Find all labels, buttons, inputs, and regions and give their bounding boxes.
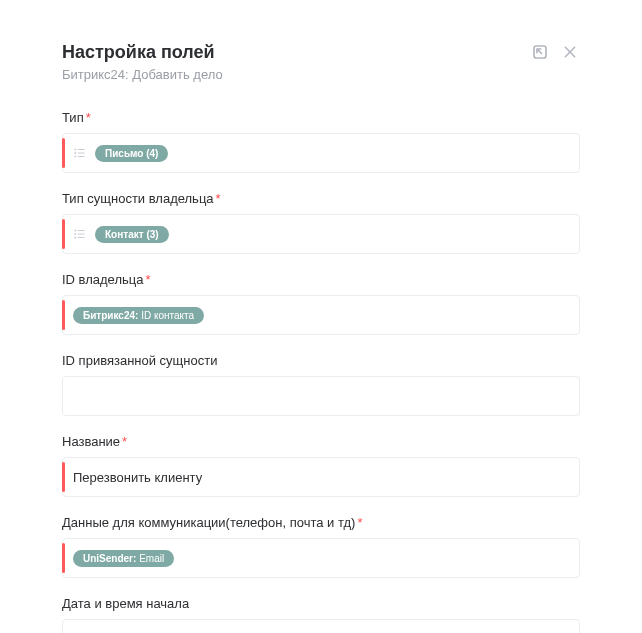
field-start-datetime-input[interactable] [62,619,580,633]
field-start-datetime: Дата и время начала [62,596,580,633]
required-mark: * [86,110,91,125]
svg-rect-12 [78,237,85,238]
svg-rect-6 [78,156,85,157]
field-owner-entity-type-label: Тип сущности владельца* [62,191,580,206]
field-type-label: Тип* [62,110,580,125]
field-owner-id-label: ID владельца* [62,272,580,287]
field-linked-entity-id-input[interactable] [62,376,580,416]
svg-point-7 [74,230,76,232]
pill-owner-entity-type[interactable]: Контакт (3) [95,226,169,243]
field-linked-entity-id: ID привязанной сущности [62,353,580,416]
svg-point-9 [74,233,76,235]
linked-entity-id-text[interactable] [73,377,569,415]
start-datetime-text[interactable] [73,620,569,633]
header: Настройка полей Битрикс24: Добавить дело [62,42,580,82]
pill-type[interactable]: Письмо (4) [95,145,168,162]
required-mark: * [122,434,127,449]
page-subtitle: Битрикс24: Добавить дело [62,67,223,82]
required-mark: * [357,515,362,530]
close-icon[interactable] [560,42,580,62]
field-type-input[interactable]: Письмо (4) [62,133,580,173]
svg-point-3 [74,152,76,154]
pill-comm-data[interactable]: UniSender: Email [73,550,174,567]
svg-rect-4 [78,152,85,153]
label-text: Данные для коммуникации(телефон, почта и… [62,515,355,530]
field-start-datetime-label: Дата и время начала [62,596,580,611]
field-comm-data-input[interactable]: UniSender: Email [62,538,580,578]
svg-point-1 [74,149,76,151]
title-text[interactable] [73,458,569,496]
expand-icon[interactable] [530,42,550,62]
field-comm-data-label: Данные для коммуникации(телефон, почта и… [62,515,580,530]
list-icon [73,227,87,241]
svg-point-11 [74,237,76,239]
field-owner-id-input[interactable]: Битрикс24: ID контакта [62,295,580,335]
svg-rect-10 [78,233,85,234]
list-icon [73,146,87,160]
required-mark: * [216,191,221,206]
label-text: Тип сущности владельца [62,191,214,206]
svg-rect-2 [78,149,85,150]
page-title: Настройка полей [62,42,223,63]
svg-point-5 [74,156,76,158]
label-text: Название [62,434,120,449]
header-actions [530,42,580,62]
pill-owner-id[interactable]: Битрикс24: ID контакта [73,307,204,324]
field-comm-data: Данные для коммуникации(телефон, почта и… [62,515,580,578]
required-mark: * [145,272,150,287]
label-text: Тип [62,110,84,125]
svg-rect-8 [78,230,85,231]
field-title-input[interactable] [62,457,580,497]
field-type: Тип* Письмо (4) [62,110,580,173]
field-title-label: Название* [62,434,580,449]
header-text: Настройка полей Битрикс24: Добавить дело [62,42,223,82]
field-title: Название* [62,434,580,497]
field-owner-id: ID владельца* Битрикс24: ID контакта [62,272,580,335]
label-text: ID владельца [62,272,143,287]
field-linked-entity-id-label: ID привязанной сущности [62,353,580,368]
field-owner-entity-type-input[interactable]: Контакт (3) [62,214,580,254]
field-owner-entity-type: Тип сущности владельца* Контакт (3) [62,191,580,254]
